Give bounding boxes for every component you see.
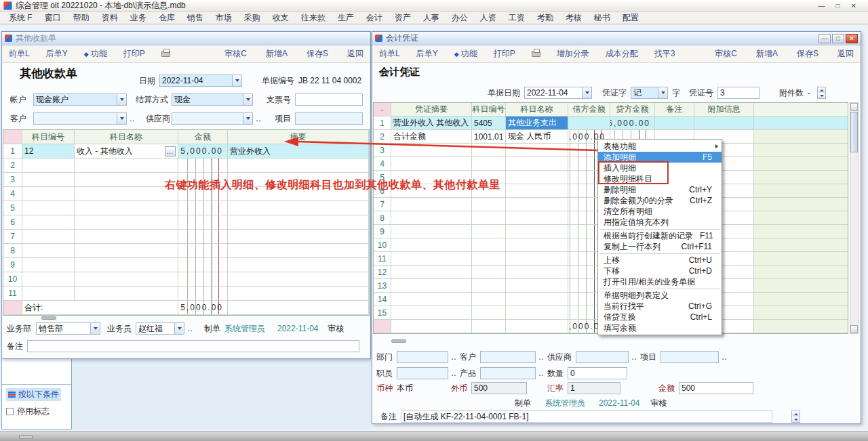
- voucher-toolbar-left-item-7[interactable]: 找平3: [654, 48, 675, 60]
- menubar-item-18[interactable]: 考勤: [531, 12, 559, 24]
- window-maximize-button[interactable]: □: [832, 34, 844, 43]
- cell-name[interactable]: [75, 173, 178, 186]
- menubar-item-9[interactable]: 收支: [267, 12, 295, 24]
- panel-staff-input[interactable]: [397, 367, 448, 379]
- receipt-toolbar-left-item-4[interactable]: [161, 51, 170, 57]
- panel-project-input[interactable]: [660, 351, 719, 363]
- cell-code[interactable]: [472, 279, 506, 292]
- cell-name[interactable]: [506, 306, 568, 319]
- cell-code[interactable]: [472, 157, 506, 170]
- dropdown-arrow-icon[interactable]: [243, 94, 252, 105]
- menubar-item-19[interactable]: 考核: [559, 12, 588, 24]
- cell-memo[interactable]: [228, 287, 369, 300]
- panel-supplier-input[interactable]: [576, 351, 629, 363]
- menubar-item-7[interactable]: 市场: [210, 12, 238, 24]
- project-input[interactable]: [295, 112, 363, 125]
- dropdown-arrow-icon[interactable]: [243, 113, 252, 124]
- supplier-lookup-button[interactable]: ‥: [256, 114, 262, 123]
- cell-name[interactable]: 收入 - 其他收入…: [75, 144, 178, 158]
- window-close-button[interactable]: ✕: [846, 34, 858, 43]
- context-menu-item-19[interactable]: 填写余额: [598, 322, 722, 333]
- menubar-item-16[interactable]: 人资: [474, 12, 502, 24]
- cell-name[interactable]: [75, 272, 178, 286]
- cell-code[interactable]: [22, 215, 75, 229]
- cell-amount[interactable]: [178, 230, 228, 243]
- window-minimize-button[interactable]: —: [818, 34, 831, 43]
- menubar-item-6[interactable]: 销售: [181, 12, 210, 24]
- cell-code[interactable]: [22, 173, 75, 186]
- cell-code[interactable]: 12: [22, 144, 75, 158]
- date-input[interactable]: 2022-11-04: [159, 75, 242, 87]
- cell-name[interactable]: 现金 人民币: [506, 130, 568, 143]
- cell-code[interactable]: [472, 238, 506, 251]
- panel-dept-input[interactable]: [397, 351, 448, 363]
- context-menu-item-9[interactable]: 根据当前行创建新的记录F11: [598, 230, 722, 241]
- context-menu-item-10[interactable]: 复制上一行本列Ctrl+F11: [598, 241, 722, 252]
- dropdown-arrow-icon[interactable]: [117, 113, 126, 124]
- menubar-item-17[interactable]: 工资: [502, 12, 531, 24]
- cell-code[interactable]: [472, 144, 506, 156]
- context-menu-item-3[interactable]: 修改明细科目: [598, 173, 722, 184]
- cell-name[interactable]: [506, 144, 568, 156]
- cell-note[interactable]: [655, 117, 694, 129]
- voucher-note-input[interactable]: [自动生成 KF-22-11-04-0001 FB-1]: [401, 411, 772, 423]
- cell-name[interactable]: [75, 230, 178, 243]
- cell-memo[interactable]: [228, 230, 369, 243]
- cell-name[interactable]: [75, 287, 178, 300]
- panel-product-input[interactable]: [480, 367, 536, 379]
- cell-name[interactable]: [75, 159, 178, 172]
- dept-lookup-button[interactable]: ‥: [451, 352, 457, 362]
- receipt-toolbar-right-item-3[interactable]: 返回: [347, 48, 363, 60]
- cell-memo[interactable]: [228, 244, 369, 257]
- cell-code[interactable]: [472, 293, 506, 306]
- context-menu-item-18[interactable]: 借贷互换Ctrl+L: [598, 312, 722, 322]
- staff-lookup-button[interactable]: ‥: [451, 369, 457, 378]
- panel-qty-input[interactable]: 0: [568, 367, 627, 379]
- voucher-toolbar-left-item-6[interactable]: 成本分配: [606, 48, 638, 60]
- rate-input[interactable]: 1: [568, 382, 620, 394]
- cell-memo[interactable]: [228, 215, 369, 229]
- voucher-toolbar-left-item-1[interactable]: 后单Y: [416, 48, 438, 60]
- cell-summary[interactable]: [391, 157, 472, 170]
- cell-amount[interactable]: 5,000.00: [178, 144, 228, 158]
- cell-credit[interactable]: 5,000.00: [610, 117, 655, 129]
- cell-memo[interactable]: [228, 258, 369, 272]
- note-spinner[interactable]: [791, 411, 800, 423]
- voucher-toolbar-left-item-4[interactable]: [532, 51, 540, 57]
- voucher-toolbar-left-item-3[interactable]: 打印P: [494, 48, 515, 60]
- cell-name[interactable]: [506, 252, 568, 265]
- attach-spinner[interactable]: [817, 87, 826, 99]
- cell-memo[interactable]: [228, 272, 369, 286]
- dropdown-arrow-icon[interactable]: [174, 323, 184, 334]
- cell-name[interactable]: [506, 279, 568, 292]
- menubar-item-1[interactable]: 窗口: [39, 12, 67, 24]
- context-menu-item-7[interactable]: 用指定值填充本列: [598, 217, 722, 228]
- cell-code[interactable]: [472, 211, 506, 224]
- cell-summary[interactable]: [391, 238, 472, 251]
- cell-extra[interactable]: [694, 117, 754, 129]
- cell-debit[interactable]: [568, 117, 610, 129]
- account-select[interactable]: 现金账户: [33, 93, 127, 106]
- dropdown-arrow-icon[interactable]: [117, 94, 126, 105]
- cell-code[interactable]: [22, 159, 75, 172]
- app-maximize-button[interactable]: □: [836, 2, 840, 9]
- context-menu-item-12[interactable]: 上移Ctrl+U: [598, 255, 722, 266]
- menubar-item-11[interactable]: 生产: [332, 12, 360, 24]
- cell-name[interactable]: [506, 238, 568, 251]
- receipt-window-titlebar[interactable]: 其他收款单: [2, 32, 370, 45]
- settle-select[interactable]: 现金: [172, 93, 253, 106]
- context-menu-item-1[interactable]: 添加明细F5: [598, 152, 722, 163]
- cell-amount[interactable]: [178, 272, 228, 286]
- voucher-toolbar-left-item-2[interactable]: ◆功能: [454, 48, 477, 60]
- supplier-select[interactable]: [172, 112, 253, 125]
- cell-name[interactable]: [506, 225, 568, 238]
- calendar-dropdown-icon[interactable]: [232, 75, 241, 86]
- voucher-window-titlebar[interactable]: 会计凭证 — □ ✕: [372, 32, 861, 45]
- cell-name[interactable]: [75, 187, 178, 201]
- cell-summary[interactable]: [391, 211, 472, 224]
- project-lookup-button[interactable]: ‥: [722, 352, 728, 362]
- panel-customer-input[interactable]: [480, 351, 536, 363]
- customer-select[interactable]: [33, 112, 127, 125]
- clerk-select[interactable]: 赵红福: [136, 322, 184, 335]
- cell-summary[interactable]: [391, 293, 472, 306]
